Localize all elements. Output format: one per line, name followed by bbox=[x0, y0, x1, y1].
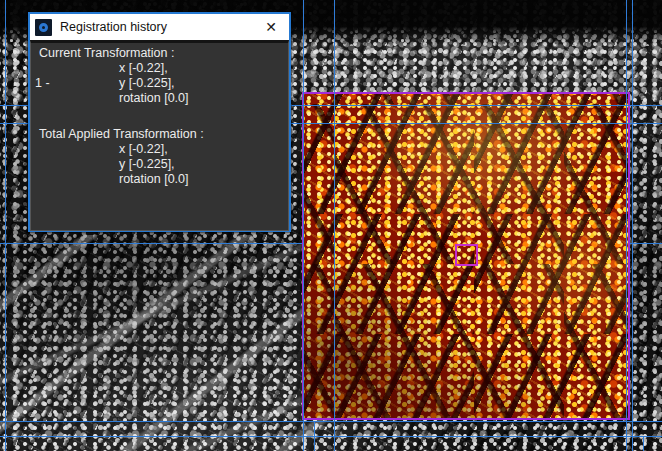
current-x-value: x [-0.22], bbox=[31, 61, 288, 76]
window-titlebar[interactable]: Registration history ✕ bbox=[30, 14, 289, 40]
layer-bound-segment-v bbox=[643, 436, 644, 451]
total-rotation-value: rotation [0.0] bbox=[31, 172, 288, 187]
current-y-value: y [-0.225], bbox=[31, 76, 288, 91]
history-panel: 1 - Current Transformation : x [-0.22], … bbox=[30, 40, 289, 231]
close-icon[interactable]: ✕ bbox=[261, 18, 281, 36]
history-entry-index: 1 - bbox=[35, 76, 50, 91]
window-title: Registration history bbox=[60, 20, 167, 34]
current-rotation-value: rotation [0.0] bbox=[31, 91, 288, 106]
image-viewer-canvas[interactable]: Registration history ✕ 1 - Current Trans… bbox=[0, 0, 662, 451]
selection-roi[interactable] bbox=[455, 244, 478, 266]
blue-ring-icon bbox=[39, 23, 48, 32]
total-x-value: x [-0.22], bbox=[31, 142, 288, 157]
current-transformation-heading: Current Transformation : bbox=[31, 46, 288, 61]
registration-history-window[interactable]: Registration history ✕ 1 - Current Trans… bbox=[28, 12, 291, 232]
total-transformation-block: Total Applied Transformation : x [-0.22]… bbox=[31, 127, 288, 187]
layer-bound-segment-v bbox=[314, 421, 315, 451]
registration-app-icon bbox=[35, 19, 52, 36]
layer-bound-line-v bbox=[303, 0, 304, 451]
layer-bound-line-h bbox=[0, 421, 662, 422]
layer-bound-line-v bbox=[632, 0, 633, 451]
total-transformation-heading: Total Applied Transformation : bbox=[31, 127, 288, 142]
total-y-value: y [-0.225], bbox=[31, 157, 288, 172]
layer-bound-line-v bbox=[626, 0, 627, 451]
layer-bound-line-v bbox=[334, 0, 335, 451]
layer-bound-line-h bbox=[0, 436, 662, 437]
current-transformation-block: Current Transformation : x [-0.22], y [-… bbox=[31, 46, 288, 106]
layer-bound-line-v bbox=[5, 0, 6, 451]
